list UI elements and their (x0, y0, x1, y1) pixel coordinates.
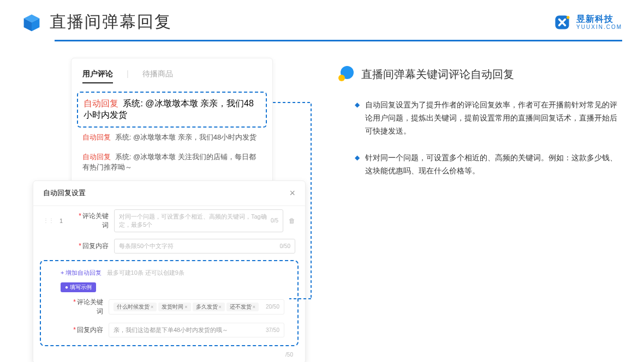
content-count: 0/50 (280, 243, 290, 249)
ex-content-text: 亲，我们这边都是下单48小时内发货的哦～ (114, 326, 228, 334)
keyword-row: ⋮⋮ 1 *评论关键词 对同一个问题，可设置多个相近、高频的关键词，Tag确定，… (33, 206, 305, 236)
example-badge: ● 填写示例 (61, 282, 96, 292)
content-placeholder: 每条限50个中文字符 (119, 242, 174, 250)
main-content: 用户评论 | 待播商品 自动回复 系统: @冰墩墩本墩 亲亲，我们48小时内发货… (0, 41, 644, 362)
header-left: 直播间弹幕回复 (22, 11, 172, 33)
settings-header: 自动回复设置 × (33, 181, 305, 206)
right-column: 直播间弹幕关键词评论自动回复 ◆ 自动回复设置为了提升作者的评论回复效率，作者可… (338, 58, 622, 362)
content-input[interactable]: 每条限50个中文字符 0/50 (114, 239, 295, 254)
comment-row-2: 自动回复 系统: @冰墩墩本墩 亲亲，我们48小时内发货 (71, 128, 272, 147)
tab-divider: | (127, 69, 129, 83)
drag-handle-icon[interactable]: ⋮⋮ (43, 218, 54, 224)
settings-title: 自动回复设置 (43, 188, 86, 198)
tab-pending-products[interactable]: 待播商品 (142, 69, 173, 83)
diamond-icon: ◆ (355, 101, 360, 137)
system-label: 系统: (115, 153, 132, 161)
ex-content-label: *回复内容 (70, 325, 103, 335)
diamond-icon: ◆ (355, 154, 360, 178)
svg-point-4 (567, 16, 569, 19)
tabs: 用户评论 | 待播商品 (71, 69, 272, 92)
example-content-row: *回复内容 亲，我们这边都是下单48小时内发货的哦～ 37/50 (44, 319, 294, 341)
add-auto-reply-link[interactable]: + 增加自动回复 最多可建10条 还可以创建9条 (44, 266, 294, 280)
content-label: *回复内容 (76, 242, 109, 251)
section-title: 直播间弹幕关键词评论自动回复 (361, 67, 514, 82)
page-title: 直播间弹幕回复 (50, 11, 172, 33)
ex-keyword-label: *评论关键词 (70, 298, 103, 316)
header-right: 昱新科技 YUUXIN.COM (552, 13, 622, 32)
ex-content-count: 37/50 (266, 327, 279, 333)
brand-en: YUUXIN.COM (576, 24, 622, 30)
comment-text-2: @冰墩墩本墩 亲亲，我们48小时内发货 (133, 133, 257, 141)
ex-keyword-input[interactable]: 什么时候发货×发货时间×多久发货×还不发货× 20/50 (109, 299, 284, 315)
system-label: 系统: (123, 99, 142, 108)
settings-card: 自动回复设置 × ⋮⋮ 1 *评论关键词 对同一个问题，可设置多个相近、高频的关… (33, 180, 306, 363)
keyword-placeholder: 对同一个问题，可设置多个相近、高频的关键词，Tag确定，最多5个 (119, 213, 271, 229)
auto-reply-label: 自动回复 (84, 99, 118, 108)
tag-chip[interactable]: 发货时间× (158, 303, 190, 311)
slide-header: 直播间弹幕回复 昱新科技 YUUXIN.COM (0, 0, 644, 33)
ex-content-input[interactable]: 亲，我们这边都是下单48小时内发货的哦～ 37/50 (109, 323, 284, 337)
auto-reply-label: 自动回复 (82, 153, 111, 161)
auto-reply-label: 自动回复 (82, 133, 111, 141)
example-keyword-row: *评论关键词 什么时候发货×发货时间×多久发货×还不发货× 20/50 (44, 294, 294, 319)
tag-chip[interactable]: 什么时候发货× (114, 303, 157, 311)
keyword-label: *评论关键词 (76, 212, 109, 230)
keyword-count: 0/5 (271, 218, 278, 224)
cube-icon (22, 13, 41, 32)
highlighted-comment: 自动回复 系统: @冰墩墩本墩 亲亲，我们48小时内发货 (77, 92, 267, 128)
system-label: 系统: (115, 133, 132, 141)
example-box: + 增加自动回复 最多可建10条 还可以创建9条 ● 填写示例 *评论关键词 什… (40, 260, 299, 346)
row-number: 1 (59, 218, 70, 224)
add-hint: 最多可建10条 还可以创建9条 (107, 269, 184, 276)
tag-chip[interactable]: 多久发货× (193, 303, 225, 311)
delete-icon[interactable]: 🗑 (289, 217, 295, 225)
comment-row-3: 自动回复 系统: @冰墩墩本墩 关注我们的店铺，每日都有热门推荐呦～ (71, 147, 272, 177)
tail-count: /50 (33, 352, 305, 358)
close-icon[interactable]: × (289, 188, 295, 199)
tab-user-comments[interactable]: 用户评论 (82, 69, 113, 83)
bullet-1: ◆ 自动回复设置为了提升作者的评论回复效率，作者可在开播前针对常见的评论用户问题… (338, 99, 622, 137)
bullet-2: ◆ 针对同一个问题，可设置多个相近的、高频的关键词。例如：这款多少钱、这块能优惠… (338, 152, 622, 178)
bullet-text-1: 自动回复设置为了提升作者的评论回复效率，作者可在开播前针对常见的评论用户问题，提… (365, 99, 622, 137)
section-head: 直播间弹幕关键词评论自动回复 (338, 66, 622, 82)
brand-text: 昱新科技 YUUXIN.COM (576, 14, 622, 30)
left-column: 用户评论 | 待播商品 自动回复 系统: @冰墩墩本墩 亲亲，我们48小时内发货… (33, 58, 306, 362)
brand-cn: 昱新科技 (576, 14, 622, 24)
tag-list: 什么时候发货×发货时间×多久发货×还不发货× (114, 303, 260, 311)
tag-chip[interactable]: 还不发货× (226, 303, 259, 311)
keyword-input[interactable]: 对同一个问题，可设置多个相近、高频的关键词，Tag确定，最多5个 0/5 (114, 209, 283, 232)
ex-keyword-count: 20/50 (266, 304, 279, 310)
comments-card: 用户评论 | 待播商品 自动回复 系统: @冰墩墩本墩 亲亲，我们48小时内发货… (71, 58, 273, 189)
brand-logo-icon (552, 13, 572, 32)
bullet-text-2: 针对同一个问题，可设置多个相近的、高频的关键词。例如：这款多少钱、这块能优惠吗、… (365, 152, 622, 178)
bubble-icon (338, 66, 355, 82)
content-row: ⋮⋮ *回复内容 每条限50个中文字符 0/50 (33, 236, 305, 257)
